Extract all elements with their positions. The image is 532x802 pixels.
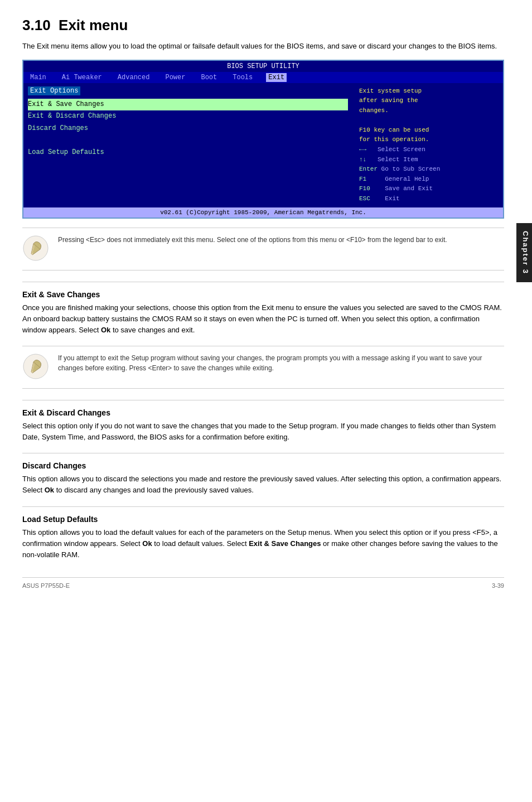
legend-select-item: ↑↓ Select Item — [359, 155, 499, 165]
bios-legend: ←→ Select Screen ↑↓ Select Item Enter Go… — [359, 145, 499, 204]
chapter-sidebar: Chapter 3 — [516, 223, 532, 282]
bios-menu-advanced[interactable]: Advanced — [115, 73, 152, 82]
bios-content: Exit Options Exit & Save Changes Exit & … — [23, 83, 503, 207]
legend-select-screen: ←→ Select Screen — [359, 145, 499, 155]
legend-f10: F10 Save and Exit — [359, 184, 499, 194]
section-title-discard-changes: Discard Changes — [22, 461, 504, 470]
section-exit-discard: Exit & Discard Changes Select this optio… — [22, 408, 504, 443]
page-footer: ASUS P7P55D-E 3-39 — [22, 577, 504, 589]
bios-right-panel: Exit system setup after saving the chang… — [354, 86, 499, 204]
footer-left: ASUS P7P55D-E — [22, 582, 70, 589]
footer-right: 3-39 — [492, 582, 504, 589]
note-icon-1 — [22, 235, 49, 263]
bios-menu-tools[interactable]: Tools — [230, 73, 255, 82]
legend-f1: F1 General Help — [359, 175, 499, 185]
page-title: 3.10 Exit menu — [22, 17, 504, 34]
note-text-1: Pressing <Esc> does not immediately exit… — [58, 235, 447, 245]
bios-menu-bar: Main Ai Tweaker Advanced Power Boot Tool… — [23, 72, 503, 83]
bios-section-title: Exit Options — [28, 86, 80, 95]
section-text-exit-save: Once you are finished making your select… — [22, 302, 504, 336]
bios-menu-exit[interactable]: Exit — [266, 73, 287, 82]
note-box-1: Pressing <Esc> does not immediately exit… — [22, 228, 504, 270]
section-title-exit-discard: Exit & Discard Changes — [22, 408, 504, 417]
bios-option-discard[interactable]: Discard Changes — [28, 123, 348, 135]
section-title-load-defaults: Load Setup Defaults — [22, 515, 504, 524]
section-discard-changes: Discard Changes This option allows you t… — [22, 461, 504, 496]
bios-left-panel: Exit Options Exit & Save Changes Exit & … — [28, 86, 354, 204]
section-text-exit-discard: Select this option only if you do not wa… — [22, 421, 504, 443]
section-load-defaults: Load Setup Defaults This option allows y… — [22, 515, 504, 561]
bios-right-description: Exit system setup after saving the chang… — [359, 86, 499, 146]
section-title-exit-save: Exit & Save Changes — [22, 290, 504, 299]
divider-2 — [22, 400, 504, 400]
section-text-discard-changes: This option allows you to discard the se… — [22, 474, 504, 496]
note-icon-2 — [22, 353, 49, 381]
bios-option-exit-discard[interactable]: Exit & Discard Changes — [28, 110, 348, 123]
bios-menu-main[interactable]: Main — [28, 73, 49, 82]
note-text-2: If you attempt to exit the Setup program… — [58, 353, 504, 373]
divider-3 — [22, 453, 504, 453]
bios-option-spacer — [28, 134, 348, 147]
section-text-load-defaults: This option allows you to load the defau… — [22, 527, 504, 561]
bios-menu-aitweaker[interactable]: Ai Tweaker — [60, 73, 104, 82]
bios-menu-power[interactable]: Power — [163, 73, 187, 82]
bios-menu-boot[interactable]: Boot — [199, 73, 219, 82]
intro-text: The Exit menu items allow you to load th… — [22, 41, 504, 52]
bios-footer: v02.61 (C)Copyright 1985-2009, American … — [23, 207, 503, 218]
divider-4 — [22, 506, 504, 507]
legend-esc: ESC Exit — [359, 194, 499, 204]
legend-go-sub: Enter Go to Sub Screen — [359, 165, 499, 175]
bios-title-bar: BIOS SETUP UTILITY — [23, 61, 503, 72]
divider-1 — [22, 282, 504, 282]
bios-option-exit-save[interactable]: Exit & Save Changes — [28, 99, 348, 111]
bios-option-load-defaults[interactable]: Load Setup Defaults — [28, 147, 348, 159]
bios-screen: BIOS SETUP UTILITY Main Ai Tweaker Advan… — [22, 60, 504, 219]
section-exit-save: Exit & Save Changes Once you are finishe… — [22, 290, 504, 336]
bios-options-list: Exit & Save Changes Exit & Discard Chang… — [28, 99, 348, 159]
note-box-2: If you attempt to exit the Setup program… — [22, 346, 504, 389]
